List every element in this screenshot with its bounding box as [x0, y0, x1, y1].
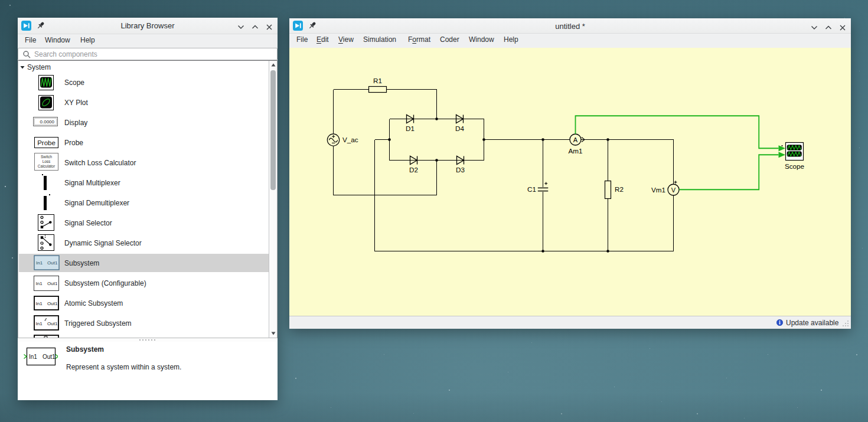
svg-text:Calculator: Calculator — [38, 164, 56, 168]
svg-text:D3: D3 — [456, 166, 465, 174]
svg-text:R1: R1 — [373, 77, 382, 84]
svg-text:Probe: Probe — [37, 139, 56, 146]
svg-text:0.0000: 0.0000 — [40, 119, 55, 125]
svg-text:Out1: Out1 — [47, 321, 58, 326]
svg-text:In1: In1 — [36, 260, 43, 266]
svg-text:D2: D2 — [409, 166, 418, 174]
svg-text:Loss: Loss — [43, 159, 51, 163]
svg-text:In1: In1 — [36, 301, 43, 306]
svg-text:Out1: Out1 — [47, 260, 58, 266]
svg-text:Vm1: Vm1 — [651, 186, 665, 194]
svg-text:Scope: Scope — [785, 162, 804, 170]
svg-text:D4: D4 — [455, 125, 464, 132]
svg-text:Out1: Out1 — [43, 354, 56, 360]
svg-text:Switch: Switch — [41, 155, 53, 159]
svg-text:V: V — [671, 187, 676, 194]
svg-text:Am1: Am1 — [568, 147, 582, 155]
svg-text:Out1: Out1 — [47, 281, 58, 286]
svg-text:V_ac: V_ac — [342, 136, 358, 143]
svg-text:In1: In1 — [36, 321, 43, 326]
svg-text:C1: C1 — [527, 185, 536, 193]
svg-text:Out1: Out1 — [47, 301, 58, 306]
svg-text:R2: R2 — [615, 185, 624, 193]
svg-text:A: A — [573, 136, 578, 143]
svg-text:In1: In1 — [36, 281, 43, 286]
svg-text:In1: In1 — [29, 354, 37, 360]
svg-text:D1: D1 — [406, 125, 415, 132]
